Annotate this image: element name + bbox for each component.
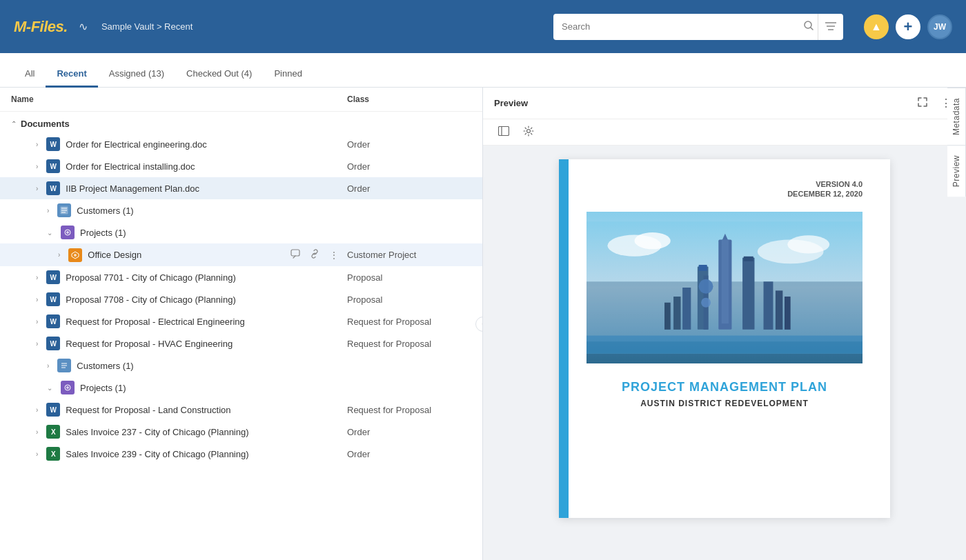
comment-button[interactable] bbox=[288, 248, 303, 262]
col-name-header: Name bbox=[11, 94, 347, 104]
doc-accent-bar bbox=[559, 159, 569, 518]
svg-point-26 bbox=[787, 235, 829, 253]
doc-date: DECEMBER 12, 2020 bbox=[586, 190, 862, 198]
link-button[interactable] bbox=[307, 248, 322, 262]
table-row[interactable]: › Customers (1) bbox=[0, 354, 482, 377]
table-row[interactable]: › Office Design bbox=[0, 243, 482, 266]
table-row[interactable]: ⌄ Projects (1) bbox=[0, 221, 482, 243]
breadcrumb: Sample Vault > Recent bbox=[101, 21, 193, 32]
table-row[interactable]: › W Proposal 7708 - City of Chicago (Pla… bbox=[0, 288, 482, 310]
doc-subtitle: AUSTIN DISTRICT REDEVELOPMENT bbox=[586, 399, 862, 408]
table-row[interactable]: › X Sales Invoice 239 - City of Chicago … bbox=[0, 443, 482, 465]
tab-recent[interactable]: Recent bbox=[46, 61, 97, 88]
file-info: › W Order for Electrical installing.doc bbox=[36, 159, 347, 173]
expand-icon: › bbox=[36, 274, 38, 281]
logo-text: M-Files. bbox=[14, 18, 68, 36]
word-icon: W bbox=[46, 270, 60, 284]
tab-all[interactable]: All bbox=[14, 61, 46, 88]
file-class: Request for Proposal bbox=[347, 317, 471, 327]
expand-icon: › bbox=[36, 185, 38, 192]
search-input[interactable] bbox=[553, 14, 843, 40]
tab-checked-out[interactable]: Checked Out (4) bbox=[175, 61, 263, 88]
table-row[interactable]: › Customers (1) bbox=[0, 199, 482, 221]
svg-rect-34 bbox=[699, 265, 707, 271]
file-class: Customer Project bbox=[347, 250, 471, 260]
tab-assigned[interactable]: Assigned (13) bbox=[98, 61, 175, 88]
file-panel: Name Class ⌃ Documents › W Order for Ele… bbox=[0, 88, 483, 560]
file-info: › W IIB Project Management Plan.doc bbox=[36, 181, 347, 195]
expand-icon: › bbox=[58, 251, 60, 259]
sidebar-toggle-button[interactable] bbox=[494, 123, 513, 141]
wifi-icon: ∿ bbox=[79, 20, 88, 33]
table-row[interactable]: › W Proposal 7701 - City of Chicago (Pla… bbox=[0, 266, 482, 288]
preview-tab[interactable]: Preview bbox=[947, 145, 966, 197]
doc-version: VERSION 4.0 bbox=[586, 180, 862, 188]
file-class: Request for Proposal bbox=[347, 339, 471, 349]
file-class: Proposal bbox=[347, 294, 471, 305]
svg-point-18 bbox=[66, 386, 69, 389]
preview-panel: Preview ⋮ bbox=[483, 88, 966, 560]
expand-icon: › bbox=[47, 207, 49, 214]
table-row[interactable]: › W IIB Project Management Plan.doc Orde… bbox=[0, 177, 482, 199]
file-name: Request for Proposal - Land Construction bbox=[66, 405, 230, 415]
svg-rect-13 bbox=[291, 250, 299, 256]
svg-line-1 bbox=[811, 28, 813, 30]
col-class-header: Class bbox=[347, 94, 471, 104]
more-actions-button[interactable]: ⋮ bbox=[326, 248, 342, 262]
tab-pinned[interactable]: Pinned bbox=[263, 61, 313, 88]
expand-icon: › bbox=[47, 362, 49, 370]
table-row[interactable]: › W Request for Proposal - Land Construc… bbox=[0, 399, 482, 421]
file-name: Proposal 7708 - City of Chicago (Plannin… bbox=[66, 294, 235, 305]
table-row[interactable]: › W Order for Electrical installing.doc … bbox=[0, 155, 482, 177]
word-icon: W bbox=[46, 292, 60, 306]
svg-point-12 bbox=[74, 254, 77, 257]
svg-rect-30 bbox=[722, 239, 729, 323]
file-name: Sales Invoice 237 - City of Chicago (Pla… bbox=[66, 427, 248, 437]
table-row[interactable]: › X Sales Invoice 237 - City of Chicago … bbox=[0, 421, 482, 443]
file-name: Order for Electrical engineering.doc bbox=[66, 139, 207, 150]
add-button[interactable]: + bbox=[896, 14, 920, 39]
svg-point-42 bbox=[699, 279, 713, 294]
file-name: Sales Invoice 239 - City of Chicago (Pla… bbox=[66, 449, 248, 459]
excel-icon: X bbox=[46, 425, 60, 439]
preview-content: VERSION 4.0 DECEMBER 12, 2020 bbox=[483, 146, 966, 560]
expand-icon: › bbox=[36, 141, 38, 148]
tabs-bar: All Recent Assigned (13) Checked Out (4)… bbox=[0, 53, 966, 88]
svg-rect-19 bbox=[499, 127, 509, 136]
office-design-icon bbox=[68, 248, 82, 262]
expand-icon: › bbox=[36, 318, 38, 326]
notifications-button[interactable]: ▲ bbox=[864, 14, 889, 39]
word-icon: W bbox=[46, 137, 60, 151]
file-class: Proposal bbox=[347, 272, 471, 283]
filter-button[interactable] bbox=[818, 14, 843, 40]
user-avatar-button[interactable]: JW bbox=[927, 14, 952, 39]
documents-group-header[interactable]: ⌃ Documents bbox=[0, 114, 482, 133]
svg-rect-37 bbox=[664, 303, 671, 330]
svg-rect-35 bbox=[682, 288, 691, 330]
table-row[interactable]: › W Order for Electrical engineering.doc… bbox=[0, 133, 482, 155]
expand-preview-button[interactable] bbox=[914, 94, 931, 112]
file-info: › W Request for Proposal - Electrical En… bbox=[36, 314, 347, 328]
svg-rect-38 bbox=[764, 281, 773, 330]
file-name: Request for Proposal - Electrical Engine… bbox=[66, 317, 244, 327]
search-icon-button[interactable] bbox=[800, 17, 817, 37]
word-icon: W bbox=[46, 159, 60, 173]
app-logo: M-Files. bbox=[14, 18, 68, 36]
preview-header: Preview ⋮ bbox=[483, 88, 966, 119]
doc-title: PROJECT MANAGEMENT PLAN bbox=[586, 380, 862, 394]
row-actions: ⋮ bbox=[288, 248, 342, 262]
file-info: ⌄ Projects (1) bbox=[47, 381, 471, 394]
table-row[interactable]: ⌄ Projects (1) bbox=[0, 377, 482, 399]
svg-point-10 bbox=[66, 231, 69, 234]
file-class: Order bbox=[347, 449, 471, 459]
table-row[interactable]: › W Request for Proposal - HVAC Engineer… bbox=[0, 332, 482, 354]
file-name: Projects (1) bbox=[80, 228, 126, 238]
file-info: › Office Design bbox=[58, 248, 288, 262]
settings-button[interactable] bbox=[519, 123, 538, 141]
header-actions: ▲ + JW bbox=[864, 14, 952, 39]
word-icon: W bbox=[46, 181, 60, 195]
table-row[interactable]: › W Request for Proposal - Electrical En… bbox=[0, 310, 482, 332]
file-class: Order bbox=[347, 183, 471, 194]
metadata-tab[interactable]: Metadata bbox=[947, 88, 966, 145]
projects-icon bbox=[61, 381, 75, 394]
